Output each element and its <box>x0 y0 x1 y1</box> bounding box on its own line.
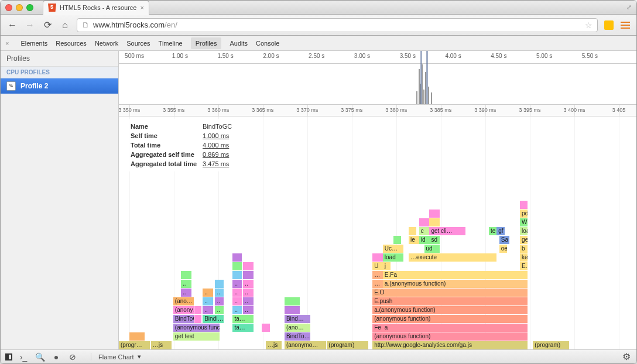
extension-icon[interactable] <box>604 20 614 30</box>
flame-block[interactable]: j <box>383 262 391 270</box>
flame-block[interactable] <box>129 332 145 341</box>
flame-block[interactable]: .. <box>203 306 213 314</box>
flame-block[interactable]: (program) <box>533 341 569 349</box>
flame-block[interactable]: (progr… <box>119 341 150 349</box>
flame-block[interactable]: … <box>372 280 383 288</box>
flame-block[interactable]: .. <box>232 280 242 288</box>
minimize-window-button[interactable] <box>16 4 23 11</box>
back-button[interactable]: ← <box>6 19 18 31</box>
flame-block[interactable] <box>285 297 300 305</box>
record-icon[interactable]: ● <box>51 352 61 362</box>
close-window-button[interactable] <box>5 4 12 11</box>
view-mode-select[interactable]: Flame Chart ▾ <box>91 353 141 360</box>
flame-block[interactable]: E.Fa <box>383 271 528 279</box>
settings-gear-icon[interactable]: ⚙ <box>621 352 632 362</box>
tab-console[interactable]: Console <box>256 40 279 47</box>
flame-block[interactable] <box>285 306 300 314</box>
flame-chart-area[interactable]: NameBindToGC Self time1.000 ms Total tim… <box>119 116 636 349</box>
flame-block[interactable]: ud <box>424 245 440 253</box>
flame-block[interactable]: ta… <box>232 324 253 332</box>
flame-block[interactable]: get <box>520 236 528 244</box>
flame-block[interactable]: (anonymous function) <box>173 324 220 332</box>
tab-timeline[interactable]: Timeline <box>159 40 183 47</box>
flame-block[interactable]: oe <box>499 245 507 253</box>
flame-block[interactable]: Bindi… <box>203 315 223 323</box>
tab-audits[interactable]: Audits <box>230 40 248 47</box>
tab-elements[interactable]: Elements <box>20 40 47 47</box>
overview-handle[interactable] <box>420 51 422 104</box>
flame-block[interactable]: (anony… <box>173 306 194 314</box>
flame-block[interactable]: BindTo… <box>285 332 310 341</box>
flame-block[interactable]: pd <box>520 210 528 218</box>
flame-block[interactable] <box>215 280 223 288</box>
flame-block[interactable]: load <box>383 253 403 262</box>
flame-block[interactable] <box>232 262 242 270</box>
flame-block[interactable]: …execute <box>409 253 496 262</box>
tab-sources[interactable]: Sources <box>126 40 150 47</box>
flame-block[interactable]: (program) <box>327 341 368 349</box>
flame-block[interactable]: sd <box>429 236 440 244</box>
flame-block[interactable]: id <box>419 236 430 244</box>
reload-button[interactable]: ⟳ <box>42 19 53 31</box>
address-bar[interactable]: 🗋 www.html5rocks.com/en/ ☆ <box>77 18 598 32</box>
flame-block[interactable] <box>194 306 201 314</box>
flame-block[interactable]: gf <box>496 227 504 235</box>
flame-block[interactable] <box>429 218 440 226</box>
flame-block[interactable]: c <box>419 227 430 235</box>
bookmark-star-icon[interactable]: ☆ <box>585 20 593 30</box>
flame-block[interactable]: te <box>489 227 496 235</box>
flame-block[interactable] <box>393 236 401 244</box>
detail-ruler[interactable]: 3 350 ms3 355 ms3 360 ms3 365 ms3 370 ms… <box>119 105 636 116</box>
flame-block[interactable]: …js <box>266 341 282 349</box>
flame-block[interactable] <box>372 253 383 262</box>
flame-block[interactable] <box>232 253 242 262</box>
menu-icon[interactable] <box>620 20 631 30</box>
flame-block[interactable]: ta… <box>232 315 253 323</box>
devtools-close-icon[interactable]: × <box>5 40 9 47</box>
flame-block[interactable]: .. <box>232 297 242 305</box>
console-toggle-icon[interactable]: ›_ <box>18 352 29 362</box>
flame-block[interactable]: U <box>372 262 383 270</box>
flame-block[interactable]: Bind… <box>285 315 310 323</box>
tab-network[interactable]: Network <box>95 40 118 47</box>
clear-icon[interactable]: ⊘ <box>67 352 78 362</box>
overview-minimap[interactable] <box>119 64 636 105</box>
tab-profiles[interactable]: Profiles <box>191 37 222 49</box>
flame-block[interactable]: .. <box>243 297 254 305</box>
dock-icon[interactable] <box>5 353 12 360</box>
flame-block[interactable]: Fe <box>372 324 383 332</box>
overview-handle[interactable] <box>426 51 428 104</box>
flame-block[interactable]: a <box>383 324 528 332</box>
flame-block[interactable]: E.push <box>372 297 528 305</box>
flame-block[interactable]: (anonymo… <box>285 341 326 349</box>
flame-block[interactable]: .. <box>203 289 213 297</box>
home-button[interactable]: ⌂ <box>59 19 71 31</box>
flame-block[interactable] <box>181 271 191 279</box>
sidebar-item-profile-2[interactable]: Profile 2 <box>1 78 118 94</box>
flame-block[interactable]: http://www.google-analytics.com/ga.js <box>372 341 528 349</box>
flame-block[interactable]: (ano… <box>285 324 310 332</box>
flame-block[interactable]: BindToGC <box>173 315 194 323</box>
browser-tab[interactable]: HTML5 Rocks - A resource × <box>43 1 149 15</box>
flame-block[interactable] <box>409 227 416 235</box>
flame-block[interactable]: load <box>520 227 528 235</box>
flame-block[interactable]: a.(anonymous function) <box>383 280 528 288</box>
zoom-window-button[interactable] <box>26 4 33 11</box>
flame-block[interactable]: ie <box>409 236 419 244</box>
flame-block[interactable]: .. <box>215 289 223 297</box>
flame-block[interactable]: .. <box>232 306 242 314</box>
flame-block[interactable]: .. <box>243 306 254 314</box>
flame-block[interactable]: Uc… <box>383 245 403 253</box>
search-icon[interactable]: 🔍 <box>35 352 45 362</box>
flame-block[interactable]: .. <box>181 289 191 297</box>
flame-block[interactable] <box>243 262 254 270</box>
flame-block[interactable]: Sa <box>499 236 510 244</box>
flame-block[interactable] <box>262 324 270 332</box>
flame-block[interactable]: get cli… <box>429 227 465 235</box>
flame-block[interactable]: (anonymous function) <box>372 332 528 341</box>
flame-block[interactable] <box>429 210 440 218</box>
flame-block[interactable]: b <box>520 245 528 253</box>
tab-close-icon[interactable]: × <box>140 4 143 11</box>
overview-ruler[interactable]: 500 ms1.00 s1.50 s2.00 s2.50 s3.00 s3.50… <box>119 51 636 64</box>
flame-block[interactable]: … <box>372 271 383 279</box>
